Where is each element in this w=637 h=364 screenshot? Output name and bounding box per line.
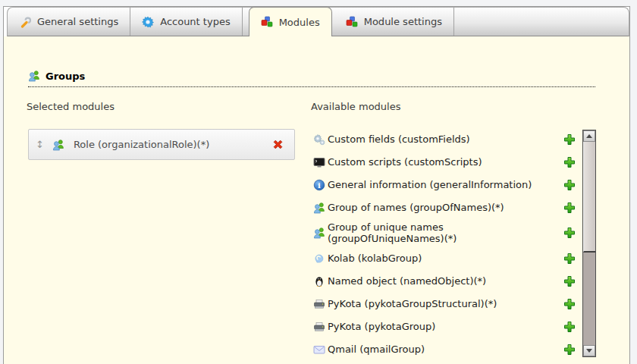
available-module-name: PyKota (pykotaGroup): [328, 321, 546, 332]
add-module-button[interactable]: [563, 202, 576, 214]
modules-cubes-icon: [346, 16, 358, 28]
add-module-button[interactable]: [563, 344, 576, 356]
tab-modules[interactable]: Modules: [249, 7, 332, 36]
scrollbar-track[interactable]: [583, 253, 595, 345]
available-module-row: Named object (namedObject)(*): [311, 272, 576, 290]
triangle-down-icon: [586, 349, 592, 353]
available-module-name: Group of names (groupOfNames)(*): [328, 202, 546, 213]
available-module-row: Qmail (qmailGroup): [311, 340, 576, 358]
available-module-row: Group of names (groupOfNames)(*): [311, 199, 576, 216]
available-modules-label: Available modules: [311, 101, 400, 112]
add-module-button[interactable]: [563, 275, 576, 287]
available-modules-list: Custom fields (customFields)Custom scrip…: [311, 130, 576, 363]
group-icon: [311, 227, 328, 239]
tab-label: Modules: [279, 17, 320, 28]
available-modules-scrollbar[interactable]: [582, 130, 596, 357]
available-module-name: PyKota (pykotaGroupStructural)(*): [328, 298, 546, 309]
group-icon: [311, 202, 328, 214]
penguin-icon: [311, 275, 328, 287]
modules-cubes-icon: [261, 16, 273, 28]
config-window: General settingsAccount typesModulesModu…: [3, 6, 630, 364]
available-module-row: iGeneral information (generalInformation…: [311, 176, 576, 193]
tab-label: Module settings: [364, 16, 442, 27]
available-module-row: Custom scripts (customScripts): [311, 153, 576, 171]
available-module-name: Qmail (qmailGroup): [328, 344, 546, 355]
group-icon: [28, 70, 40, 82]
scrollbar-thumb[interactable]: [583, 142, 595, 253]
lam-config-screen: General settingsAccount typesModulesModu…: [0, 0, 637, 364]
add-module-button[interactable]: [563, 179, 576, 191]
add-module-button[interactable]: [563, 321, 576, 333]
available-module-row: Custom fields (customFields): [311, 130, 576, 148]
add-module-button[interactable]: [563, 133, 576, 146]
scroll-up-button[interactable]: [583, 130, 595, 142]
available-module-row: Kolab (kolabGroup): [311, 249, 576, 267]
section-title: Groups: [46, 71, 85, 82]
gear-blue-icon: [142, 16, 154, 28]
scroll-down-button[interactable]: [583, 345, 595, 356]
available-module-row: PyKota (pykotaGroupStructural)(*): [311, 295, 576, 312]
printer-icon: [311, 298, 328, 310]
selected-modules-list: ↕Role (organizationalRole)(*): [28, 129, 295, 160]
tab-account-types[interactable]: Account types: [130, 8, 242, 36]
tab-label: General settings: [37, 16, 118, 27]
terminal-icon: [311, 156, 328, 168]
wrench-icon: [19, 16, 31, 28]
envelope-icon: [311, 344, 328, 356]
available-module-name: Group of unique names (groupOfUniqueName…: [328, 221, 546, 244]
available-module-name: Custom scripts (customScripts): [328, 156, 546, 168]
add-module-button[interactable]: [563, 253, 576, 265]
selected-modules-label: Selected modules: [27, 101, 115, 112]
selected-module-name: Role (organizationalRole)(*): [74, 139, 209, 150]
triangle-up-icon: [586, 134, 592, 138]
drag-handle-icon[interactable]: ↕: [36, 140, 44, 149]
available-module-name: Kolab (kolabGroup): [328, 253, 546, 264]
svg-text:i: i: [318, 181, 321, 190]
available-module-name: General information (generalInformation): [328, 179, 546, 190]
group-icon: [52, 139, 64, 151]
add-module-button[interactable]: [563, 156, 576, 168]
tab-module-settings[interactable]: Module settings: [334, 8, 454, 36]
printer-icon: [311, 321, 328, 333]
available-module-row: PyKota (pykotaGroup): [311, 318, 576, 335]
kolab-icon: [311, 253, 328, 265]
groups-section-header: Groups: [28, 70, 595, 87]
add-module-button[interactable]: [563, 227, 576, 239]
add-module-button[interactable]: [563, 298, 576, 310]
selected-module-row: ↕Role (organizationalRole)(*): [28, 129, 295, 160]
gear-search-icon: [311, 133, 328, 146]
remove-module-button[interactable]: [271, 138, 284, 151]
info-icon: i: [311, 179, 328, 191]
tab-label: Account types: [160, 16, 230, 27]
tab-bar: General settingsAccount typesModulesModu…: [7, 7, 629, 36]
tab-bar-wrap: General settingsAccount typesModulesModu…: [4, 7, 629, 36]
tab-general-settings[interactable]: General settings: [8, 8, 130, 36]
available-module-row: Group of unique names (groupOfUniqueName…: [311, 221, 576, 244]
available-module-name: Custom fields (customFields): [328, 133, 546, 145]
available-module-name: Named object (namedObject)(*): [328, 275, 546, 287]
